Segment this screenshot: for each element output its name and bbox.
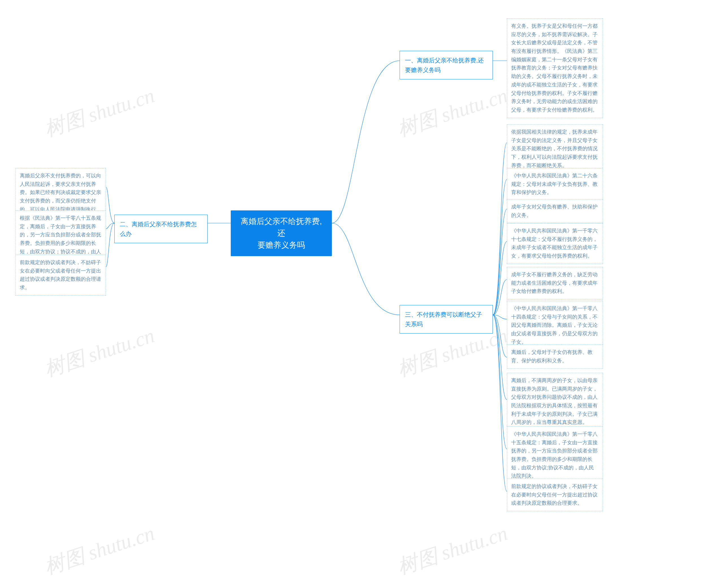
watermark: 树图 shutu.cn <box>41 520 158 581</box>
branch-3-item-7: 离婚后，父母对于子女仍有抚养、教育、保护的权利和义务。 <box>507 344 603 369</box>
branch-3-item-1: 依据我国相关法律的规定，抚养未成年子女是父母的法定义务，并且父母子女关系是不能断… <box>507 124 603 173</box>
branch-2-title: 二、离婚后父亲不给抚养费怎么办 <box>114 215 208 243</box>
watermark: 树图 shutu.cn <box>394 520 511 581</box>
branch-1-item-1: 有义务。抚养子女是父和母任何一方都应尽的义务，如不抚养需诉讼解决。子女长大后赡养… <box>507 18 603 118</box>
branch-3-item-8: 离婚后，不满两周岁的子女，以由母亲直接抚养为原则。已满两周岁的子女，父母双方对抚… <box>507 373 603 430</box>
branch-3-item-5: 成年子女不履行赡养义务的，缺乏劳动能力或者生活困难的父母，有要求成年子女给付赡养… <box>507 267 603 299</box>
branch-3-item-9: 《中华人民共和国民法典》第一千零八十五条规定：离婚后，子女由一方直接抚养的，另一… <box>507 426 603 484</box>
branch-1-title: 一、离婚后父亲不给抚养费,还要赡养义务吗 <box>400 51 493 79</box>
branch-3-item-2: 《中华人民共和国民法典》第二十六条规定：父母对未成年子女负有抚养、教育和保护的义… <box>507 168 603 201</box>
branch-3-item-10: 前款规定的协议或者判决，不妨碍子女在必要时向父母任何一方提出超过协议或者判决原定… <box>507 479 603 511</box>
branch-3-title: 三、不付抚养费可以断绝父子关系吗 <box>400 305 493 334</box>
branch-3-item-6: 《中华人民共和国民法典》第一千零八十四条规定：父母与子女间的关系，不因父母离婚而… <box>507 301 603 350</box>
connector-lines <box>0 0 723 588</box>
center-title-line2: 要赡养义务吗 <box>237 239 325 251</box>
branch-2-item-3: 前款规定的协议或者判决，不妨碍子女在必要时向父或者母任何一方提出超过协议或者判决… <box>16 255 106 296</box>
watermark: 树图 shutu.cn <box>394 82 511 143</box>
watermark: 树图 shutu.cn <box>41 82 158 143</box>
center-title-line1: 离婚后父亲不给抚养费,还 <box>237 215 325 239</box>
branch-3-item-3: 成年子女对父母负有赡养、扶助和保护的义务。 <box>507 199 603 223</box>
watermark: 树图 shutu.cn <box>41 322 158 383</box>
center-topic: 离婚后父亲不给抚养费,还 要赡养义务吗 <box>231 210 332 256</box>
branch-2-item-1: 离婚后父亲不支付抚养费的，可以向人民法院起诉，要求父亲支付抚养费。如果已经有判决… <box>16 168 106 217</box>
branch-3-item-4: 《中华人民共和国民法典》第一千零六十七条规定：父母不履行抚养义务的，未成年子女或… <box>507 223 603 264</box>
